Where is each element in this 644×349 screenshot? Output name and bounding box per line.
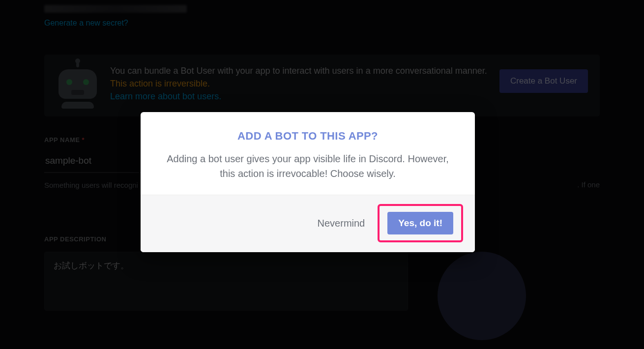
modal-body: ADD A BOT TO THIS APP? Adding a bot user… xyxy=(141,112,475,195)
modal-description: Adding a bot user gives your app visible… xyxy=(157,151,458,181)
add-bot-modal: ADD A BOT TO THIS APP? Adding a bot user… xyxy=(141,112,475,252)
confirm-highlight: Yes, do it! xyxy=(378,204,463,242)
modal-footer: Nevermind Yes, do it! xyxy=(141,195,475,252)
yes-do-it-button[interactable]: Yes, do it! xyxy=(387,212,453,234)
modal-title: ADD A BOT TO THIS APP? xyxy=(157,130,458,143)
nevermind-button[interactable]: Nevermind xyxy=(310,213,373,234)
